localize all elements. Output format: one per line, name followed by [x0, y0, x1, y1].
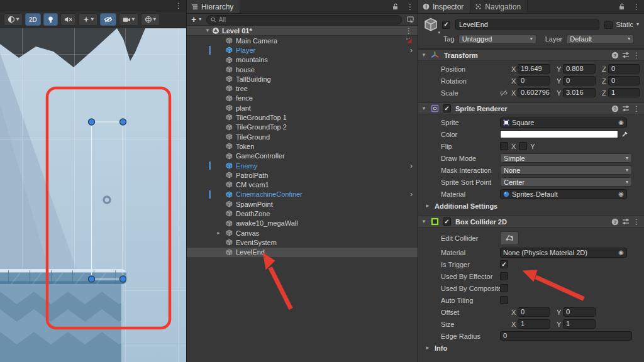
camera-settings-button[interactable]: ▾	[119, 13, 138, 26]
object-picker-icon[interactable]: ◉	[618, 119, 624, 126]
presets-icon[interactable]	[622, 218, 630, 225]
hierarchy-item-fence[interactable]: fence	[187, 94, 418, 103]
hierarchy-item-mountains[interactable]: mountains	[187, 55, 418, 65]
hierarchy-item-tileground[interactable]: TileGround	[187, 132, 418, 141]
create-button[interactable]: +	[191, 15, 196, 24]
box-collider-header[interactable]: ▼ ✓ Box Collider 2D ? ⋮	[418, 216, 644, 228]
open-prefab-icon[interactable]: ›	[410, 190, 413, 198]
tab-navigation[interactable]: Navigation	[470, 0, 528, 13]
size-y-field[interactable]: 1	[563, 319, 596, 329]
create-caret-icon[interactable]: ▾	[199, 17, 201, 22]
scene-row[interactable]: ▼ Level 01* ⋮	[187, 26, 418, 36]
expand-arrow-icon[interactable]: ►	[216, 231, 221, 235]
additional-settings-foldout[interactable]: ► Additional Settings	[418, 200, 639, 212]
context-menu-icon[interactable]: ⋮	[633, 51, 640, 60]
help-icon[interactable]: ?	[611, 52, 619, 59]
collapse-arrow-icon[interactable]: ▼	[204, 28, 211, 33]
hierarchy-search[interactable]	[206, 15, 402, 25]
hierarchy-item-token[interactable]: Token	[187, 141, 418, 151]
hierarchy-item-tree[interactable]: tree	[187, 84, 418, 93]
tab-hierarchy[interactable]: Hierarchy	[187, 0, 240, 13]
flip-x-checkbox[interactable]: ✓	[500, 142, 508, 150]
material-object-field[interactable]: Sprites-Default ◉	[500, 189, 627, 199]
scale-z-field[interactable]: 1	[608, 88, 640, 97]
scene-visibility-button[interactable]	[100, 13, 116, 26]
eyedropper-icon[interactable]	[619, 129, 630, 139]
sprite-sort-point-dropdown[interactable]: Center▾	[500, 177, 632, 187]
sprite-object-field[interactable]: Square ◉	[500, 118, 627, 128]
transform-header[interactable]: ▼ Transform ? ⋮	[418, 49, 644, 61]
collapse-arrow-icon[interactable]: ▼	[421, 52, 427, 58]
info-foldout[interactable]: ► Info	[418, 342, 639, 354]
scene-row-menu-icon[interactable]: ⋮	[405, 26, 413, 35]
help-icon[interactable]: ?	[611, 105, 619, 112]
2d-toggle-button[interactable]: 2D	[25, 13, 41, 26]
scene-menu-icon[interactable]: ⋮	[175, 1, 182, 10]
offset-x-field[interactable]: 0	[518, 307, 550, 317]
search-input[interactable]	[219, 16, 397, 23]
hierarchy-item-gamecontroller[interactable]: GameController	[187, 151, 418, 161]
edit-collider-button[interactable]	[500, 231, 519, 245]
scene-picker-icon[interactable]	[407, 16, 414, 23]
presets-icon[interactable]	[622, 52, 630, 58]
hierarchy-item-canvas[interactable]: ►Canvas	[187, 228, 418, 238]
hierarchy-item-deathzone[interactable]: DeathZone	[187, 209, 418, 218]
hierarchy-item-player[interactable]: Player›	[187, 45, 418, 55]
auto-tiling-checkbox[interactable]: ✓	[500, 296, 508, 304]
rotation-z-field[interactable]: 0	[608, 76, 640, 85]
hierarchy-item-tilegroundtop-2[interactable]: TileGroundTop 2	[187, 123, 418, 132]
collider-handle-top-left[interactable]	[89, 119, 95, 125]
scale-link-icon[interactable]	[500, 90, 508, 96]
physics-material-object-field[interactable]: None (Physics Material 2D) ◉	[500, 248, 627, 258]
flip-y-checkbox[interactable]: ✓	[519, 142, 527, 150]
lock-icon[interactable]	[615, 0, 629, 13]
hierarchy-item-levelend[interactable]: LevelEnd	[187, 248, 418, 257]
mask-interaction-dropdown[interactable]: None▾	[500, 165, 632, 175]
help-icon[interactable]: ?	[611, 218, 619, 226]
open-prefab-icon[interactable]: ›	[410, 47, 413, 54]
hierarchy-item-tallbuilding[interactable]: TallBuilding	[187, 74, 418, 84]
tag-dropdown[interactable]: Untagged▾	[458, 35, 536, 44]
draw-mode-dropdown[interactable]: Simple▾	[500, 153, 632, 163]
scale-y-field[interactable]: 3.016	[563, 88, 596, 97]
hierarchy-item-patrolpath[interactable]: PatrolPath	[187, 170, 418, 180]
hierarchy-item-enemy[interactable]: Enemy›	[187, 161, 418, 170]
context-menu-icon[interactable]: ⋮	[633, 217, 640, 226]
collapse-arrow-icon[interactable]: ▼	[421, 106, 427, 111]
hierarchy-item-main-camera[interactable]: Main Camera	[187, 36, 418, 45]
active-checkbox[interactable]: ✓	[442, 21, 450, 29]
collider-handle-bottom-right[interactable]	[120, 276, 126, 282]
hierarchy-item-cm-vcam1[interactable]: CM vcam1	[187, 180, 418, 189]
hierarchy-item-plant[interactable]: plant	[187, 103, 418, 112]
sprite-renderer-header[interactable]: ▼ ✓ Sprite Renderer ? ⋮	[418, 102, 644, 114]
position-z-field[interactable]: 0	[608, 64, 640, 74]
audio-toggle-button[interactable]	[60, 13, 76, 26]
open-prefab-icon[interactable]: ›	[410, 162, 413, 170]
hierarchy-item-house[interactable]: house	[187, 65, 418, 74]
lock-icon[interactable]	[389, 0, 402, 13]
edge-radius-field[interactable]: 0	[500, 331, 632, 341]
used-by-composite-checkbox[interactable]: ✓	[500, 284, 508, 292]
hierarchy-item-spawnpoint[interactable]: SpawnPoint	[187, 199, 418, 209]
shading-mode-button[interactable]: ▾	[4, 13, 23, 26]
hierarchy-item-awake10-megawall[interactable]: awake10_megaWall	[187, 219, 418, 228]
color-swatch[interactable]	[500, 130, 618, 138]
size-x-field[interactable]: 1	[518, 319, 550, 329]
scale-x-field[interactable]: 0.602796	[518, 88, 550, 97]
scene-viewport[interactable]	[0, 28, 186, 362]
gizmos-button[interactable]: ▾	[141, 13, 160, 26]
inspector-menu-icon[interactable]: ⋮	[629, 0, 644, 13]
context-menu-icon[interactable]: ⋮	[633, 104, 640, 113]
layer-dropdown[interactable]: Default▾	[566, 35, 634, 44]
used-by-effector-checkbox[interactable]: ✓	[500, 272, 508, 280]
gameobject-cube-icon[interactable]: ▾	[423, 17, 440, 32]
hierarchy-menu-icon[interactable]: ⋮	[402, 0, 418, 13]
hierarchy-item-cinemachineconfiner[interactable]: CinemachineConfiner›	[187, 190, 418, 199]
rotation-x-field[interactable]: 0	[518, 76, 550, 85]
position-x-field[interactable]: 19.649	[518, 64, 550, 74]
object-picker-icon[interactable]: ◉	[618, 191, 624, 197]
collider-handle-bottom-left[interactable]	[89, 276, 95, 282]
static-checkbox[interactable]: ✓	[604, 21, 613, 29]
effects-toggle-button[interactable]: ▾	[79, 13, 97, 26]
tab-inspector[interactable]: Inspector	[418, 0, 470, 13]
